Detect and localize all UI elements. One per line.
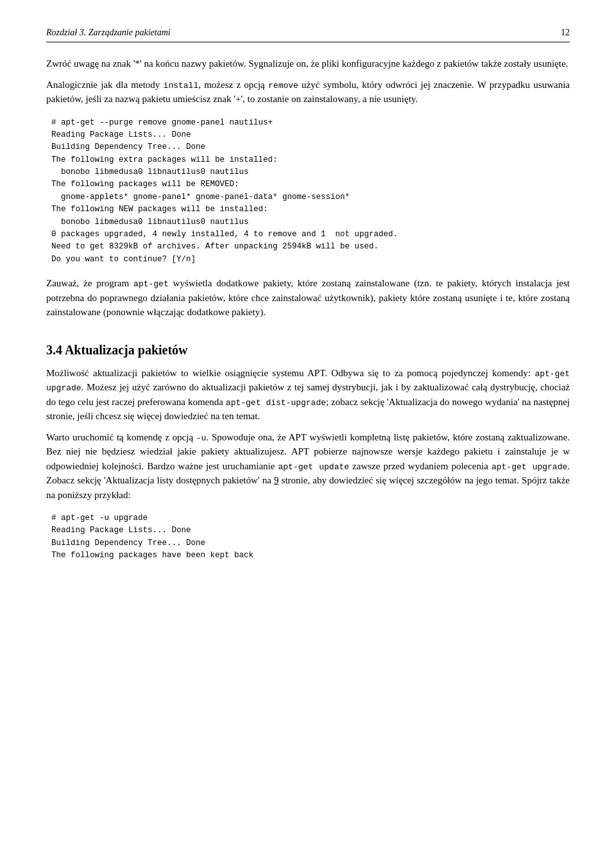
- apt-get-update-code: apt-get update: [278, 462, 350, 472]
- note-paragraph: Zauważ, że program apt-get wyświetla dod…: [46, 276, 570, 320]
- intro-paragraph-2: Analogicznie jak dla metody install, moż…: [46, 78, 570, 107]
- apt-get-upgrade-code2: apt-get upgrade: [492, 462, 567, 472]
- apt-get-code: apt-get: [133, 279, 169, 289]
- page-header: Rozdział 3. Zarządzanie pakietami 12: [46, 26, 570, 42]
- install-code: install: [164, 81, 199, 91]
- code-block-2: # apt-get -u upgrade Reading Package Lis…: [46, 512, 570, 562]
- section-heading: 3.4 Aktualizacja pakietów: [46, 340, 570, 360]
- page-number: 12: [561, 26, 570, 39]
- section-paragraph-1: Możliwość aktualizacji pakietów to wielk…: [46, 366, 570, 424]
- section-paragraph-2: Warto uruchomić tą komendę z opcją -u. S…: [46, 430, 570, 503]
- code-block-1: # apt-get --purge remove gnome-panel nau…: [46, 117, 570, 266]
- remove-code: remove: [268, 81, 298, 91]
- intro-paragraph-1: Zwróć uwagę na znak '*' na końcu nazwy p…: [46, 56, 570, 71]
- dist-upgrade-code: apt-get dist-upgrade: [226, 398, 326, 408]
- page: Rozdział 3. Zarządzanie pakietami 12 Zwr…: [0, 0, 616, 841]
- chapter-title: Rozdział 3. Zarządzanie pakietami: [46, 26, 171, 39]
- u-flag-code: -u: [196, 433, 207, 443]
